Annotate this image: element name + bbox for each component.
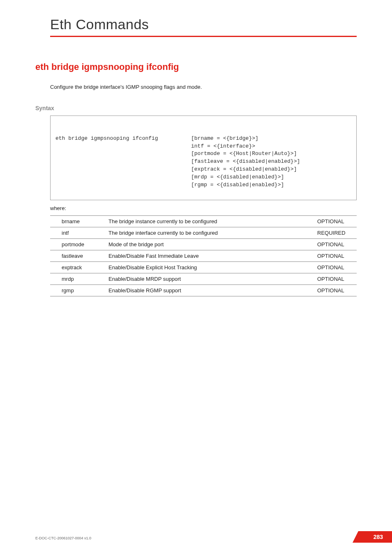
param-req: OPTIONAL: [316, 285, 357, 296]
param-desc: Mode of the bridge port: [107, 239, 316, 250]
syntax-arguments: [brname = <{bridge}>] intf = <{interface…: [191, 135, 351, 189]
page-badge: 283: [353, 531, 392, 543]
command-title: eth bridge igmpsnooping ifconfig: [35, 62, 357, 72]
table-row: exptrack Enable/Disable Explicit Host Tr…: [50, 262, 357, 273]
param-desc: Enable/Disable Fast Immediate Leave: [107, 250, 316, 262]
param-name: mrdp: [50, 273, 107, 285]
param-req: OPTIONAL: [316, 239, 357, 250]
table-row: mrdp Enable/Disable MRDP support OPTIONA…: [50, 273, 357, 285]
param-name: exptrack: [50, 262, 107, 273]
table-row: rgmp Enable/Disable RGMP support OPTIONA…: [50, 285, 357, 296]
param-req: OPTIONAL: [316, 216, 357, 227]
page-footer: E-DOC-CTC-20061027-0004 v1.0 283: [35, 531, 392, 543]
param-name: portmode: [50, 239, 107, 250]
param-name: fastleave: [50, 250, 107, 262]
param-name: brname: [50, 216, 107, 227]
chapter-title: Eth Commands: [50, 16, 357, 32]
param-desc: Enable/Disable MRDP support: [107, 273, 316, 285]
param-req: OPTIONAL: [316, 273, 357, 285]
table-row: intf The bridge interface currently to b…: [50, 227, 357, 239]
param-req: OPTIONAL: [316, 262, 357, 273]
param-name: intf: [50, 227, 107, 239]
param-desc: Enable/Disable Explicit Host Tracking: [107, 262, 316, 273]
param-desc: Enable/Disable RGMP support: [107, 285, 316, 296]
param-desc: The bridge interface currently to be con…: [107, 227, 316, 239]
param-desc: The bridge instance currently to be conf…: [107, 216, 316, 227]
table-row: fastleave Enable/Disable Fast Immediate …: [50, 250, 357, 262]
chapter-rule: [50, 36, 357, 37]
doc-id: E-DOC-CTC-20061027-0004 v1.0: [35, 536, 91, 540]
param-name: rgmp: [50, 285, 107, 296]
syntax-command: eth bridge igmpsnooping ifconfig: [55, 135, 191, 189]
where-label: where:: [50, 205, 357, 211]
params-table: brname The bridge instance currently to …: [50, 215, 357, 296]
syntax-label: Syntax: [35, 105, 357, 111]
command-description: Configure the bridge interface's IGMP sn…: [50, 84, 357, 90]
syntax-box: eth bridge igmpsnooping ifconfig [brname…: [50, 116, 357, 200]
param-req: OPTIONAL: [316, 250, 357, 262]
table-row: brname The bridge instance currently to …: [50, 216, 357, 227]
param-req: REQUIRED: [316, 227, 357, 239]
svg-marker-0: [353, 531, 392, 543]
table-row: portmode Mode of the bridge port OPTIONA…: [50, 239, 357, 250]
page-number: 283: [374, 534, 383, 540]
